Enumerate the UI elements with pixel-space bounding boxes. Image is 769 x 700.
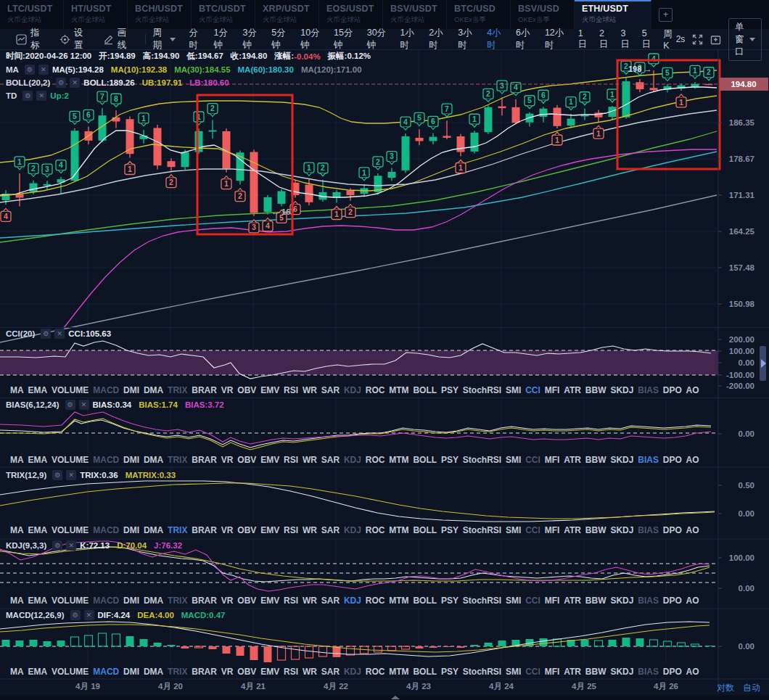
indicator-tab-sar[interactable]: SAR	[321, 596, 340, 606]
indicator-tab-macd[interactable]: MACD	[93, 385, 119, 395]
indicator-tab-mtm[interactable]: MTM	[389, 525, 408, 535]
market-tab-xrp-usdt[interactable]: XRP/USDT火币全球站	[255, 0, 319, 29]
indicator-tab-brar[interactable]: BRAR	[192, 596, 217, 606]
indicator-tab-rsi[interactable]: RSI	[284, 385, 298, 395]
timeframe-1-[interactable]: 1小时	[400, 27, 419, 52]
close-icon[interactable]: ✕	[66, 470, 76, 480]
indicator-tab-atr[interactable]: ATR	[564, 525, 581, 535]
indicator-tab-dma[interactable]: DMA	[144, 596, 163, 606]
indicator-tab-brar[interactable]: BRAR	[192, 667, 217, 677]
indicator-tab-smi[interactable]: SMI	[506, 525, 521, 535]
indicator-tab-roc[interactable]: ROC	[366, 455, 385, 465]
indicator-tab-dpo[interactable]: DPO	[663, 455, 682, 465]
indicator-tab-cci[interactable]: CCI	[525, 596, 540, 606]
indicator-tab-dmi[interactable]: DMI	[123, 596, 139, 606]
indicator-tab-dma[interactable]: DMA	[144, 525, 163, 535]
indicator-tab-mfi[interactable]: MFI	[545, 667, 560, 677]
indicator-tab-bias[interactable]: BIAS	[638, 455, 659, 465]
timeframe-4-[interactable]: 4小时	[487, 27, 506, 52]
close-icon[interactable]: ✕	[79, 400, 89, 410]
timeframe-30-[interactable]: 30分钟	[367, 27, 391, 52]
indicator-tab-emv[interactable]: EMV	[260, 596, 279, 606]
indicator-tab-atr[interactable]: ATR	[564, 667, 581, 677]
indicator-tab-mtm[interactable]: MTM	[389, 385, 408, 395]
indicator-tab-mtm[interactable]: MTM	[389, 596, 408, 606]
add-tab-button[interactable]: +	[659, 8, 673, 22]
timeframe-2-[interactable]: 2小时	[429, 27, 448, 52]
indicator-tab-psy[interactable]: PSY	[441, 596, 458, 606]
indicator-tab-mtm[interactable]: MTM	[389, 455, 408, 465]
indicator-tab-volume[interactable]: VOLUME	[52, 525, 89, 535]
timeframe-5-[interactable]: 5日	[642, 28, 654, 51]
indicator-tab-sar[interactable]: SAR	[321, 455, 340, 465]
indicator-tab-mtm[interactable]: MTM	[389, 667, 408, 677]
indicator-tab-ma[interactable]: MA	[10, 385, 24, 395]
indicator-tab-atr[interactable]: ATR	[564, 455, 581, 465]
indicator-tab-ema[interactable]: EMA	[28, 596, 48, 606]
gear-icon[interactable]: ⚙	[56, 78, 66, 88]
indicator-tab-skdj[interactable]: SKDJ	[610, 525, 633, 535]
close-icon[interactable]: ✕	[38, 65, 49, 75]
close-icon[interactable]: ✕	[36, 91, 46, 101]
indicator-tab-bbw[interactable]: BBW	[585, 455, 606, 465]
auto-scale-toggle[interactable]: 自动	[743, 682, 760, 694]
timeframe-3-[interactable]: 3分钟	[242, 27, 262, 52]
indicator-tab-vr[interactable]: VR	[221, 455, 234, 465]
tool--[interactable]: 设置	[59, 27, 87, 52]
indicator-tab-bbw[interactable]: BBW	[585, 596, 606, 606]
indicator-tab-smi[interactable]: SMI	[506, 667, 521, 677]
indicator-tab-volume[interactable]: VOLUME	[52, 455, 89, 465]
indicator-tab-rsi[interactable]: RSI	[284, 525, 298, 535]
indicator-tab-stochrsi[interactable]: StochRSI	[463, 596, 501, 606]
indicator-tab-brar[interactable]: BRAR	[192, 525, 217, 535]
indicator-tab-kdj[interactable]: KDJ	[344, 596, 361, 606]
fullscreen-icon[interactable]	[692, 34, 703, 45]
indicator-tab-bbw[interactable]: BBW	[585, 525, 606, 535]
indicator-tab-bias[interactable]: BIAS	[638, 385, 659, 395]
indicator-tab-dpo[interactable]: DPO	[663, 596, 682, 606]
indicator-tab-trix[interactable]: TRIX	[168, 455, 187, 465]
indicator-tab-trix[interactable]: TRIX	[168, 525, 187, 535]
indicator-tab-rsi[interactable]: RSI	[284, 455, 298, 465]
indicator-tab-mfi[interactable]: MFI	[545, 455, 560, 465]
indicator-tab-psy[interactable]: PSY	[441, 455, 458, 465]
indicator-tab-kdj[interactable]: KDJ	[344, 385, 361, 395]
indicator-tab-emv[interactable]: EMV	[260, 385, 279, 395]
indicator-tab-ao[interactable]: AO	[686, 667, 699, 677]
indicator-tab-trix[interactable]: TRIX	[168, 667, 187, 677]
gear-icon[interactable]: ⚙	[22, 91, 33, 101]
indicator-tab-volume[interactable]: VOLUME	[52, 596, 89, 606]
indicator-tab-sar[interactable]: SAR	[321, 385, 340, 395]
indicator-tab-sar[interactable]: SAR	[321, 667, 340, 677]
market-tab-bch-usdt[interactable]: BCH/USDT火币全球站	[128, 0, 192, 29]
indicator-tab-cci[interactable]: CCI	[525, 667, 540, 677]
close-icon[interactable]: ✕	[66, 540, 76, 551]
indicator-tab-atr[interactable]: ATR	[564, 385, 581, 395]
timeframe-6-[interactable]: 6小时	[516, 27, 535, 52]
indicator-tab-stochrsi[interactable]: StochRSI	[463, 385, 501, 395]
indicator-tab-brar[interactable]: BRAR	[192, 455, 217, 465]
indicator-tab-cci[interactable]: CCI	[525, 455, 540, 465]
indicator-tab-smi[interactable]: SMI	[506, 596, 521, 606]
indicator-tab-dpo[interactable]: DPO	[663, 525, 682, 535]
indicator-tab-ema[interactable]: EMA	[28, 525, 48, 535]
indicator-tab-cci[interactable]: CCI	[525, 385, 540, 395]
indicator-tab-volume[interactable]: VOLUME	[52, 667, 89, 677]
close-icon[interactable]: ✕	[70, 78, 80, 88]
indicator-tab-ema[interactable]: EMA	[28, 385, 48, 395]
indicator-tab-macd[interactable]: MACD	[93, 667, 119, 677]
timeframe-1-[interactable]: 1分钟	[214, 27, 234, 52]
timeframe-12-[interactable]: 12小时	[545, 27, 569, 52]
indicator-tab-skdj[interactable]: SKDJ	[610, 455, 633, 465]
indicator-tab-dma[interactable]: DMA	[144, 667, 163, 677]
indicator-tab-ema[interactable]: EMA	[28, 455, 48, 465]
indicator-tab-ma[interactable]: MA	[10, 455, 24, 465]
market-tab-eos-usdt[interactable]: EOS/USDT火币全球站	[319, 0, 383, 29]
indicator-tab-roc[interactable]: ROC	[366, 596, 385, 606]
close-icon[interactable]: ✕	[84, 610, 94, 620]
indicator-tab-emv[interactable]: EMV	[260, 455, 279, 465]
indicator-tab-rsi[interactable]: RSI	[284, 667, 298, 677]
indicator-tab-roc[interactable]: ROC	[366, 525, 385, 535]
market-tab-eth-usdt[interactable]: ETH/USDT火币全球站	[575, 0, 651, 29]
indicator-tab-trix[interactable]: TRIX	[168, 385, 187, 395]
